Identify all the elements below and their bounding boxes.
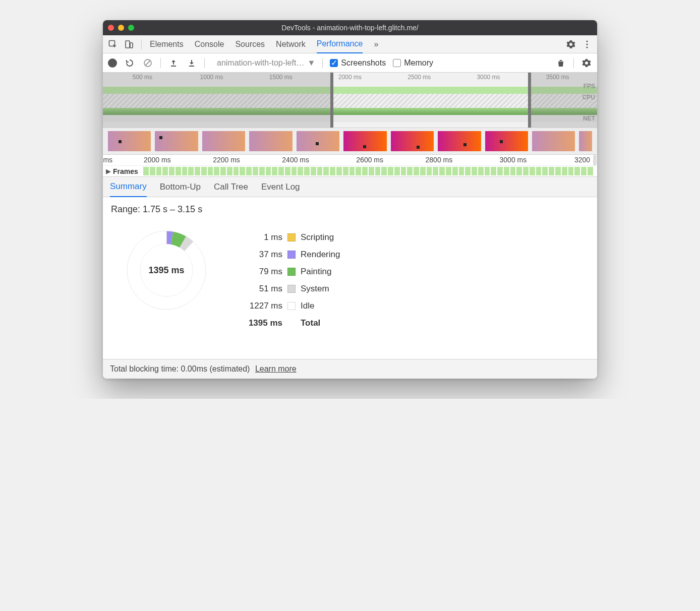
summary-legend: 1 ms Scripting37 ms Rendering79 ms Paint… xyxy=(237,229,340,332)
maximize-window-button[interactable] xyxy=(128,25,134,31)
legend-ms: 37 ms xyxy=(237,250,282,260)
overview-tick: 2500 ms xyxy=(407,74,431,81)
legend-swatch xyxy=(287,233,296,241)
legend-row: 51 ms System xyxy=(237,280,340,297)
legend-swatch xyxy=(287,285,296,293)
download-profile-icon[interactable] xyxy=(186,59,197,67)
detail-ruler[interactable]: ms 2000 ms 2200 ms 2400 ms 2600 ms 2800 … xyxy=(103,155,597,166)
detail-tick: ms xyxy=(103,156,112,164)
tabs-list: Elements Console Sources Network Perform… xyxy=(150,35,378,53)
legend-swatch xyxy=(287,251,296,259)
detail-tick: 3000 ms xyxy=(500,156,527,164)
detail-tick: 2200 ms xyxy=(213,156,240,164)
filmstrip-thumb[interactable] xyxy=(297,131,339,151)
legend-label: System xyxy=(301,284,329,294)
filmstrip-thumb[interactable] xyxy=(249,131,292,151)
legend-label: Idle xyxy=(301,301,314,311)
frames-label: Frames xyxy=(113,167,138,175)
memory-checkbox[interactable]: Memory xyxy=(393,58,433,68)
overview-handle-left[interactable] xyxy=(330,73,333,128)
devtools-window: DevTools - animation-with-top-left.glitc… xyxy=(103,20,597,379)
delete-profile-icon[interactable] xyxy=(555,59,566,67)
detail-tick: 3200 xyxy=(574,156,590,164)
overview-tick: 2000 ms xyxy=(338,74,362,81)
tab-elements[interactable]: Elements xyxy=(150,35,184,53)
rtab-bottom-up[interactable]: Bottom-Up xyxy=(160,177,201,197)
tab-sources[interactable]: Sources xyxy=(235,35,265,53)
filmstrip-thumb[interactable] xyxy=(438,131,481,151)
devtools-main-tabs: Elements Console Sources Network Perform… xyxy=(103,35,597,53)
clear-button[interactable] xyxy=(142,58,153,68)
checkbox-checked-icon: ✓ xyxy=(330,59,338,67)
filmstrip-thumb[interactable] xyxy=(202,131,245,151)
svg-rect-2 xyxy=(130,43,133,48)
overview-dimmed-right xyxy=(528,73,597,128)
blocking-time-text: Total blocking time: 0.00ms (estimated) xyxy=(110,364,250,373)
summary-panel: Range: 1.75 s – 3.15 s 1395 ms 1 ms Scri… xyxy=(103,197,597,339)
filmstrip-thumb[interactable] xyxy=(485,131,528,151)
overview-handle-right[interactable] xyxy=(528,73,531,128)
result-tabs: Summary Bottom-Up Call Tree Event Log xyxy=(103,177,597,197)
filmstrip-thumb[interactable] xyxy=(155,131,198,151)
frames-bars xyxy=(143,167,593,175)
close-window-button[interactable] xyxy=(108,25,114,31)
separator xyxy=(141,39,142,49)
upload-profile-icon[interactable] xyxy=(168,59,179,67)
svg-point-5 xyxy=(586,46,588,48)
profile-selector[interactable]: animation-with-top-left… ▼ xyxy=(217,58,315,68)
detail-tick: 2000 ms xyxy=(144,156,171,164)
frames-section[interactable]: ▶ Frames xyxy=(103,166,597,177)
expand-toggle-icon[interactable]: ▶ xyxy=(106,167,111,175)
memory-label: Memory xyxy=(404,58,433,68)
settings-gear-icon[interactable] xyxy=(564,37,578,51)
screenshots-checkbox[interactable]: ✓ Screenshots xyxy=(330,58,386,68)
rtab-event-log[interactable]: Event Log xyxy=(261,177,300,197)
svg-rect-1 xyxy=(126,41,130,48)
legend-ms: 51 ms xyxy=(237,284,282,294)
legend-swatch xyxy=(287,302,296,310)
legend-label: Rendering xyxy=(301,250,340,260)
dropdown-caret-icon: ▼ xyxy=(307,58,315,68)
rtab-summary[interactable]: Summary xyxy=(110,177,147,197)
overview-tick: 3000 ms xyxy=(477,74,500,81)
tab-performance[interactable]: Performance xyxy=(317,35,363,53)
screenshot-filmstrip[interactable] xyxy=(103,128,597,155)
legend-row: 37 ms Rendering xyxy=(237,246,340,263)
legend-spacer xyxy=(287,319,296,327)
legend-ms: 79 ms xyxy=(237,267,282,277)
legend-row: 79 ms Painting xyxy=(237,263,340,280)
overview-dimmed-left xyxy=(103,73,330,128)
filmstrip-thumb[interactable] xyxy=(108,131,151,151)
donut-center-value: 1395 ms xyxy=(121,225,212,316)
rtab-call-tree[interactable]: Call Tree xyxy=(214,177,248,197)
summary-range: Range: 1.75 s – 3.15 s xyxy=(111,204,589,215)
legend-row: 1227 ms Idle xyxy=(237,297,340,315)
inspect-element-icon[interactable] xyxy=(106,37,120,51)
filmstrip-thumb[interactable] xyxy=(343,131,386,151)
filmstrip-thumb[interactable] xyxy=(532,131,575,151)
timeline-overview[interactable]: 500 ms 1000 ms 1500 ms 2000 ms 2500 ms 3… xyxy=(103,73,597,128)
more-menu-icon[interactable] xyxy=(580,37,594,51)
scrollbar[interactable] xyxy=(593,155,597,165)
record-button[interactable] xyxy=(108,58,117,68)
device-toolbar-icon[interactable] xyxy=(122,37,136,51)
reload-record-button[interactable] xyxy=(124,58,135,68)
tabs-overflow-button[interactable]: » xyxy=(374,35,378,53)
tab-network[interactable]: Network xyxy=(276,35,306,53)
legend-ms: 1227 ms xyxy=(237,301,282,311)
summary-footer: Total blocking time: 0.00ms (estimated) … xyxy=(103,359,597,379)
legend-label: Painting xyxy=(301,267,331,277)
checkbox-unchecked-icon xyxy=(393,59,401,67)
title-bar: DevTools - animation-with-top-left.glitc… xyxy=(103,20,597,35)
window-controls xyxy=(108,25,134,31)
learn-more-link[interactable]: Learn more xyxy=(255,364,297,373)
detail-tick: 2600 ms xyxy=(356,156,383,164)
tab-console[interactable]: Console xyxy=(195,35,224,53)
legend-swatch xyxy=(287,268,296,276)
filmstrip-thumb[interactable] xyxy=(391,131,434,151)
minimize-window-button[interactable] xyxy=(118,25,124,31)
filmstrip-thumb[interactable] xyxy=(579,131,592,151)
capture-settings-gear-icon[interactable] xyxy=(581,58,592,68)
svg-point-4 xyxy=(586,43,588,45)
detail-tick: 2800 ms xyxy=(426,156,453,164)
